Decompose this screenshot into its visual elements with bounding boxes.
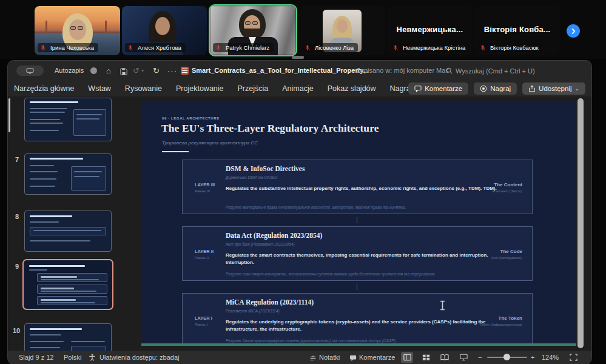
text-cursor [440,300,445,313]
layer-label-ua: Рівень I [195,323,207,326]
view-slideshow-button[interactable] [457,352,470,363]
titlebar: Autozapis ⌂ ↺ ▾ ↻ ··· Smart_Contracts_as… [8,61,591,81]
participant-tile-patryk-active[interactable]: Patryk Chmielarz [209,4,297,56]
share-icon [528,85,536,92]
title-underline [162,151,189,152]
menu-animacje[interactable]: Animacje [282,84,313,93]
participant-tile-kovbasiuk[interactable]: Вікторія Ковба... Вікторія Ковбасюк [474,6,560,55]
powerpoint-window: Autozapis ⌂ ↺ ▾ ↻ ··· Smart_Contracts_as… [8,61,591,364]
undo-icon[interactable]: ↺ [133,61,140,81]
menu-przejscia[interactable]: Przejścia [238,84,269,93]
slide-counter[interactable]: Slajd 9 z 12 [19,351,53,364]
menu-rysowanie[interactable]: Rysowanie [125,84,162,93]
layer-title-ua: Регламент MiCA (2023/1114) [226,309,280,313]
view-reading-button[interactable] [439,352,451,363]
screen-share-indicator[interactable] [16,66,44,76]
menu-wstaw[interactable]: Wstaw [88,84,111,93]
participant-name-pill: Лісовенко Ліза [302,43,358,52]
share-dropdown-icon: ⌄ [574,86,579,92]
layer-label-ua: Рівень II [195,256,209,260]
menu-narzedzia-glowne[interactable]: Narzędzia główne [14,84,74,93]
layer-label-ua: Рівень III [195,189,210,193]
layer-tag-ua: Токен (Інфраструктура) [480,323,522,326]
slide-thumbnail-7[interactable] [24,153,112,195]
vertical-scrollbar[interactable] [577,98,584,348]
comments-statusbar-button[interactable]: Komentarze [349,351,395,364]
mic-muted-icon [392,45,399,51]
chevron-right-icon [571,29,576,34]
zoom-out-button[interactable]: − [478,351,482,364]
slide-thumbnail-9-selected[interactable] [22,259,113,310]
slide-thumbnail-6[interactable] [24,98,112,141]
layer-box-mica: LAYER I Рівень I MiCA Regulation (2023/1… [182,293,533,346]
search-box[interactable]: Wyszukaj (Cmd + Ctrl + U) [446,61,535,81]
undo-dropdown-icon[interactable]: ▾ [141,61,144,81]
menu-pokaz-slajdow[interactable]: Pokaz slajdów [328,84,376,93]
home-icon[interactable]: ⌂ [106,61,111,81]
layer-label: LAYER II [195,249,214,254]
layer-title: DSM & InfoSoc Directives [226,165,305,172]
powerpoint-doc-icon [181,67,189,75]
layer-box-data-act: LAYER II Рівень II Data Act (Regulation … [182,226,533,281]
document-title[interactable]: Smart_Contracts_as_a_Tool_for_Intellectu… [192,61,369,81]
next-participants-button[interactable] [567,24,580,38]
accessibility-status[interactable]: Ułatwienia dostępu: zbadaj [99,351,179,364]
more-commands-icon[interactable]: ··· [167,61,177,81]
layer-title: MiCA Regulation (2023/1114) [226,298,314,306]
zoom-slider-thumb[interactable] [503,354,510,360]
accessibility-icon [89,354,96,362]
record-icon [480,85,487,92]
statusbar: Slajd 9 z 12 Polski Ułatwienia dostępu: … [8,351,591,364]
slide-thumbnail-10[interactable] [24,323,112,351]
record-button-label: Nagraj [490,85,511,92]
layer-connector [357,217,357,223]
fit-to-window-button[interactable] [567,352,579,363]
layer-title-ua: Акт про дані (Регламент 2023/2854) [226,242,295,246]
view-normal-button[interactable] [401,352,413,363]
participant-display-name: Невмержицька... [387,25,473,34]
comments-statusbar-label: Komentarze [359,354,395,361]
redo-icon[interactable]: ↻ [153,61,160,81]
slide-title: The EU's Three-Layer Regulatory Architec… [161,122,379,135]
thumbnail-panel-scrollbar[interactable] [8,98,10,132]
layer-tag: The Token [499,315,522,321]
autosave-label: Autozapis [55,61,84,81]
meeting-video-strip: Ірина Чеховська Алеся Хребтова Patryk Ch… [0,0,606,59]
participant-tile-liza[interactable]: Лісовенко Ліза [299,6,385,55]
zoom-level[interactable]: 124% [542,351,559,364]
autosave-toggle[interactable] [90,67,97,74]
menu-projektowanie[interactable]: Projektowanie [176,84,224,93]
slide-eyebrow: 09 · LEGAL ARCHITECTURE [162,116,220,120]
notes-button[interactable]: Notatki [309,351,340,364]
workspace: 7 8 9 10 [8,96,591,351]
participant-tile-iryna[interactable]: Ірина Чеховська [35,6,120,55]
thumb-number-9: 9 [15,263,19,270]
save-icon[interactable] [120,67,127,78]
record-button[interactable]: Nagraj [474,83,517,95]
notes-icon [309,355,317,362]
slide-canvas[interactable]: 09 · LEGAL ARCHITECTURE The EU's Three-L… [141,101,576,346]
ribbon-actions: Komentarze Nagraj Udostępnij ⌄ [408,83,585,95]
participant-tile-nevmerzhytska[interactable]: Невмержицька... Невмержицька Крістіна [387,6,473,55]
glasses [70,26,83,30]
thumb-number-7: 7 [15,156,19,163]
mic-muted-icon [127,45,133,51]
participant-tile-alesia[interactable]: Алеся Хребтова [122,6,207,55]
layer-body: Regulates the underlying cryptographic t… [226,318,513,334]
layer-tag-ua: Код (Інструмент) [491,256,522,260]
language-indicator[interactable]: Polski [64,351,81,364]
screen-icon [26,68,34,74]
layer-connector [357,283,357,290]
search-icon [446,67,453,74]
participant-name: Patryk Chmielarz [226,44,269,51]
video-strip-collapse-handle[interactable] [292,56,304,59]
view-slide-sorter-button[interactable] [420,352,432,363]
layer-body-ua: Регулює матеріальні права інтелектуально… [226,205,513,209]
layer-body-ua: Регулює базові криптографічні токени (кр… [226,339,513,343]
share-button[interactable]: Udostępnij ⌄ [522,83,585,95]
zoom-in-button[interactable]: + [531,351,534,364]
comments-button[interactable]: Komentarze [408,83,468,95]
thumb-number-8: 8 [15,213,19,220]
slide-thumbnail-8[interactable] [24,211,112,252]
mic-muted-icon [480,45,486,51]
